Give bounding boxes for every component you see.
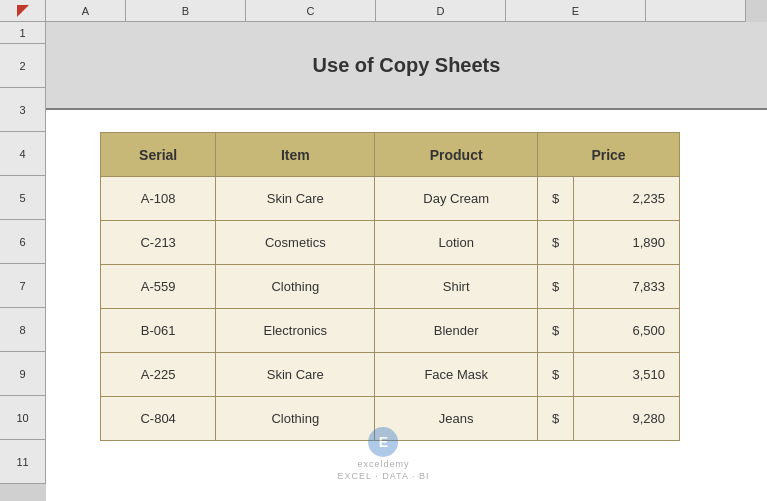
- col-header-e[interactable]: E: [506, 0, 646, 22]
- row-header-7[interactable]: 7: [0, 264, 46, 308]
- cell-item-4[interactable]: Skin Care: [216, 353, 375, 397]
- data-table: Serial Item Product Price A-108Skin Care…: [100, 132, 680, 441]
- row-header-4[interactable]: 4: [0, 132, 46, 176]
- cell-serial-1[interactable]: C-213: [101, 221, 216, 265]
- cell-product-0[interactable]: Day Cream: [375, 177, 538, 221]
- column-headers: A B C D E: [46, 0, 746, 22]
- row-header-5[interactable]: 5: [0, 176, 46, 220]
- cell-serial-0[interactable]: A-108: [101, 177, 216, 221]
- cell-product-4[interactable]: Face Mask: [375, 353, 538, 397]
- watermark-line1: exceldemy: [357, 459, 409, 469]
- cell-price-dollar-4[interactable]: $: [538, 353, 574, 397]
- watermark: E exceldemy EXCEL · DATA · BI: [338, 427, 430, 481]
- cell-price-value-3[interactable]: 6,500: [574, 309, 680, 353]
- cell-serial-3[interactable]: B-061: [101, 309, 216, 353]
- cell-price-dollar-3[interactable]: $: [538, 309, 574, 353]
- row-headers: 1 2 3 4 5 6 7 8 9 10 11: [0, 22, 46, 484]
- title-area: Use of Copy Sheets: [46, 22, 767, 110]
- table-row: A-225Skin CareFace Mask$3,510: [101, 353, 680, 397]
- watermark-icon: E: [368, 427, 398, 457]
- row-header-6[interactable]: 6: [0, 220, 46, 264]
- cell-price-value-4[interactable]: 3,510: [574, 353, 680, 397]
- col-header-b[interactable]: B: [126, 0, 246, 22]
- col-header-d[interactable]: D: [376, 0, 506, 22]
- col-header-c[interactable]: C: [246, 0, 376, 22]
- cell-price-value-1[interactable]: 1,890: [574, 221, 680, 265]
- table-row: B-061ElectronicsBlender$6,500: [101, 309, 680, 353]
- corner-cell[interactable]: [0, 0, 46, 22]
- cell-product-3[interactable]: Blender: [375, 309, 538, 353]
- cell-product-1[interactable]: Lotion: [375, 221, 538, 265]
- row-header-10[interactable]: 10: [0, 396, 46, 440]
- cell-price-value-0[interactable]: 2,235: [574, 177, 680, 221]
- cell-serial-5[interactable]: C-804: [101, 397, 216, 441]
- data-table-container: Serial Item Product Price A-108Skin Care…: [100, 132, 680, 441]
- cell-price-value-5[interactable]: 9,280: [574, 397, 680, 441]
- cell-price-dollar-0[interactable]: $: [538, 177, 574, 221]
- table-row: A-559ClothingShirt$7,833: [101, 265, 680, 309]
- header-item[interactable]: Item: [216, 133, 375, 177]
- cell-price-dollar-1[interactable]: $: [538, 221, 574, 265]
- cell-serial-2[interactable]: A-559: [101, 265, 216, 309]
- header-serial[interactable]: Serial: [101, 133, 216, 177]
- row-header-2[interactable]: 2: [0, 44, 46, 88]
- table-row: C-213CosmeticsLotion$1,890: [101, 221, 680, 265]
- table-row: A-108Skin CareDay Cream$2,235: [101, 177, 680, 221]
- cell-serial-4[interactable]: A-225: [101, 353, 216, 397]
- cell-price-dollar-2[interactable]: $: [538, 265, 574, 309]
- select-all-icon: [17, 5, 29, 17]
- row-header-8[interactable]: 8: [0, 308, 46, 352]
- spreadsheet-title: Use of Copy Sheets: [313, 54, 501, 77]
- row-header-9[interactable]: 9: [0, 352, 46, 396]
- row-header-1[interactable]: 1: [0, 22, 46, 44]
- cell-price-value-2[interactable]: 7,833: [574, 265, 680, 309]
- col-header-a[interactable]: A: [46, 0, 126, 22]
- cell-item-2[interactable]: Clothing: [216, 265, 375, 309]
- header-product[interactable]: Product: [375, 133, 538, 177]
- spreadsheet: A B C D E 1 2 3 4 5 6 7 8 9 10 11 Use of…: [0, 0, 767, 501]
- cell-item-0[interactable]: Skin Care: [216, 177, 375, 221]
- cell-item-3[interactable]: Electronics: [216, 309, 375, 353]
- cell-item-1[interactable]: Cosmetics: [216, 221, 375, 265]
- row-header-3[interactable]: 3: [0, 88, 46, 132]
- table-header-row: Serial Item Product Price: [101, 133, 680, 177]
- cell-product-2[interactable]: Shirt: [375, 265, 538, 309]
- cell-price-dollar-5[interactable]: $: [538, 397, 574, 441]
- col-header-extra: [646, 0, 746, 22]
- watermark-line2: EXCEL · DATA · BI: [338, 471, 430, 481]
- header-price[interactable]: Price: [538, 133, 680, 177]
- row-header-11[interactable]: 11: [0, 440, 46, 484]
